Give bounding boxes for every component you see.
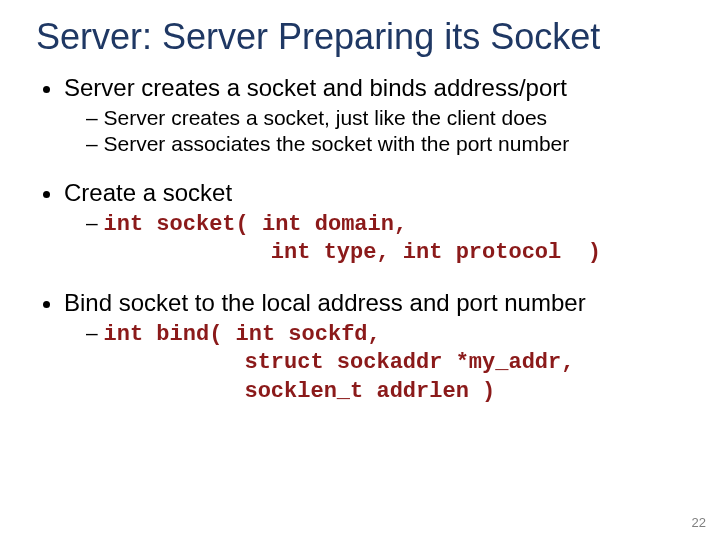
code-snippet: int bind( int sockfd, struct sockaddr *m… bbox=[86, 322, 574, 404]
page-number: 22 bbox=[692, 515, 706, 530]
sub-bullet-list: Server creates a socket, just like the c… bbox=[64, 105, 684, 158]
bullet-list: Server creates a socket and binds addres… bbox=[36, 74, 684, 405]
slide-title: Server: Server Preparing its Socket bbox=[36, 18, 684, 56]
sub-bullet-item: Server creates a socket, just like the c… bbox=[86, 105, 684, 131]
slide: Server: Server Preparing its Socket Serv… bbox=[0, 0, 720, 540]
bullet-item: Bind socket to the local address and por… bbox=[64, 289, 684, 405]
sub-bullet-item: Server associates the socket with the po… bbox=[86, 131, 684, 157]
sub-bullet-text: Server associates the socket with the po… bbox=[104, 132, 570, 155]
sub-bullet-item: int bind( int sockfd, struct sockaddr *m… bbox=[86, 320, 684, 406]
bullet-text: Server creates a socket and binds addres… bbox=[64, 74, 567, 101]
sub-bullet-list: int socket( int domain, int type, int pr… bbox=[64, 210, 684, 267]
sub-bullet-list: int bind( int sockfd, struct sockaddr *m… bbox=[64, 320, 684, 406]
sub-bullet-text: Server creates a socket, just like the c… bbox=[104, 106, 548, 129]
bullet-text: Create a socket bbox=[64, 179, 232, 206]
bullet-text: Bind socket to the local address and por… bbox=[64, 289, 586, 316]
bullet-item: Create a socket int socket( int domain, … bbox=[64, 179, 684, 267]
sub-bullet-item: int socket( int domain, int type, int pr… bbox=[86, 210, 684, 267]
bullet-item: Server creates a socket and binds addres… bbox=[64, 74, 684, 157]
code-snippet: int socket( int domain, int type, int pr… bbox=[86, 212, 601, 266]
